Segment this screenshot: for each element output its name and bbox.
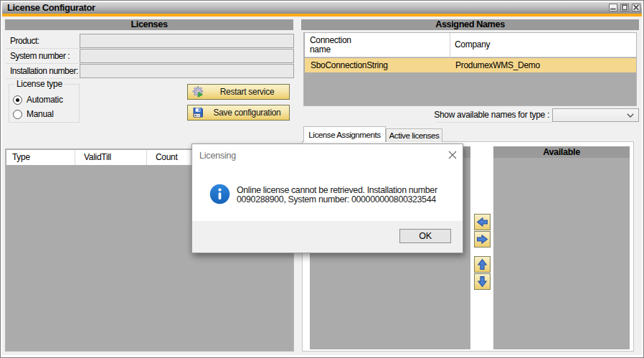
move-left-button[interactable] [474,214,491,230]
column-header-connection-name[interactable]: Connection name [310,36,367,55]
restart-service-button[interactable]: Restart service [187,84,290,100]
maximize-icon [621,4,628,11]
move-down-button[interactable] [474,273,491,290]
minimize-button[interactable] [609,4,617,11]
column-header-validtill[interactable]: ValidTill [84,150,111,165]
licenses-section-header: Licenses [5,19,293,30]
radio-automatic[interactable]: Automatic [13,95,63,105]
tab-license-assignments[interactable]: License Assignments [303,126,386,142]
dialog-title: Licensing [199,151,236,161]
license-type-legend: License type [14,80,65,88]
system-number-field[interactable] [80,49,294,63]
dialog-message-line2: 0090288900, System number: 0000000008003… [237,194,436,204]
radio-manual[interactable]: Manual [13,109,54,119]
dialog-close-icon [448,151,457,159]
save-configuration-button[interactable]: Save configuration [187,105,290,121]
assigned-names-section-header: Assigned Names [301,19,639,30]
radio-manual-label: Manual [27,110,54,119]
maximize-button[interactable] [620,4,629,11]
assigned-names-table[interactable]: Connection name Company SboConnectionStr… [303,32,637,106]
licensing-dialog: Licensing Online license cannot be retri… [191,143,463,253]
gear-play-icon [192,86,204,98]
dialog-message: Online license cannot be retrieved. Inst… [237,186,452,204]
chevron-down-icon [627,113,634,118]
product-field[interactable] [80,34,294,48]
ok-button[interactable]: OK [399,229,451,243]
system-number-label: System number : [10,49,70,63]
arrow-left-icon [476,216,488,228]
minimize-icon [610,4,617,11]
move-right-button[interactable] [474,231,491,248]
window-titlebar[interactable]: License Configurator [2,2,642,14]
show-available-names-label: Show available names for type : [434,108,549,122]
dialog-footer: OK [192,221,463,253]
close-button[interactable] [632,4,640,11]
installation-number-field[interactable] [80,64,294,78]
column-header-type[interactable]: Type [12,150,30,165]
divider [436,122,552,123]
column-separator [190,150,191,165]
company-cell: ProdumexWMS_Demo [455,58,540,72]
arrow-up-icon [476,258,488,270]
radio-selected-icon [13,95,22,105]
column-separator [146,150,147,165]
installation-number-label: Installation number: [10,64,78,78]
radio-unselected-icon [13,110,22,119]
close-icon [633,4,640,11]
radio-automatic-label: Automatic [27,95,63,105]
save-configuration-label: Save configuration [214,108,281,118]
column-separator [75,150,75,165]
dialog-message-line1: Online license cannot be retrieved. Inst… [237,185,437,195]
dialog-close-button[interactable] [442,146,462,164]
arrow-down-icon [476,275,488,288]
save-floppy-icon [192,107,204,118]
arrow-right-icon [476,233,488,245]
tab-active-licenses[interactable]: Active licenses [386,128,442,142]
info-icon [209,184,230,204]
restart-service-label: Restart service [220,87,275,97]
connection-name-cell: SboConnectionString [311,58,388,72]
table-row-selected[interactable]: SboConnectionString ProdumexWMS_Demo [305,58,636,72]
license-configurator-window: License Configurator Licenses Product: S… [0,0,644,358]
product-label: Product: [10,34,39,48]
column-header-company[interactable]: Company [455,40,490,50]
column-header-count[interactable]: Count [156,150,178,165]
window-title: License Configurator [7,2,95,14]
available-panel-header: Available [493,146,630,158]
names-type-combobox[interactable] [552,108,639,122]
available-list-panel[interactable]: Available [493,146,630,349]
move-up-button[interactable] [474,256,491,273]
